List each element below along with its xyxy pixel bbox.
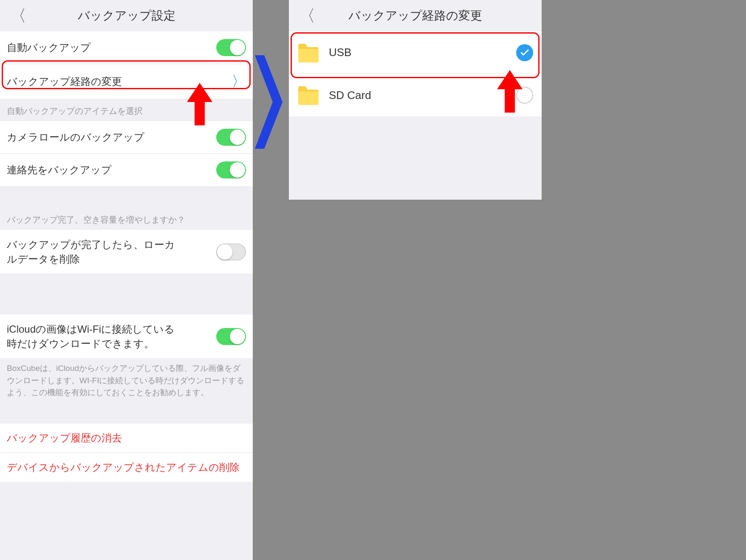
- back-button[interactable]: 〈: [10, 5, 26, 27]
- camera-roll-label: カメラロールのバックアップ: [7, 130, 216, 144]
- clear-backup-history-row[interactable]: バックアップ履歴の消去: [0, 424, 253, 453]
- contacts-backup-row[interactable]: 連絡先をバックアップ: [0, 154, 253, 186]
- delete-after-label: バックアップが完了したら、ローカルデータを削除: [7, 238, 216, 266]
- page-title: バックアップ設定: [8, 8, 244, 24]
- usb-path-row[interactable]: USB: [289, 31, 542, 74]
- folder-icon: [297, 85, 319, 105]
- auto-backup-toggle[interactable]: [216, 39, 246, 56]
- icloud-wifi-row[interactable]: iCloudの画像はWi-Fiに接続している時だけダウンロードできます。: [0, 314, 253, 358]
- svg-marker-1: [255, 55, 283, 149]
- contacts-label: 連絡先をバックアップ: [7, 163, 216, 177]
- camera-roll-backup-row[interactable]: カメラロールのバックアップ: [0, 121, 253, 154]
- icloud-description: BoxCubeは、iCloudからバックアップしている際、フル画像をダウンロード…: [0, 358, 253, 405]
- icloud-wifi-toggle[interactable]: [216, 328, 246, 345]
- page-title: バックアップ経路の変更: [297, 8, 533, 24]
- delete-backed-items-row[interactable]: デバイスからバックアップされたアイテムの削除: [0, 453, 253, 482]
- chevron-right-icon: 〉: [232, 72, 246, 91]
- auto-backup-row[interactable]: 自動バックアップ: [0, 31, 253, 64]
- folder-icon: [297, 43, 319, 62]
- icloud-wifi-label: iCloudの画像はWi-Fiに接続している時だけダウンロードできます。: [7, 322, 216, 351]
- check-icon: [516, 44, 533, 61]
- sdcard-label: SD Card: [329, 89, 371, 102]
- change-path-label: バックアップ経路の変更: [7, 75, 232, 88]
- header-left: 〈 バックアップ設定: [0, 0, 253, 31]
- backup-path-screen: 〈 バックアップ経路の変更 USB SD Card: [289, 0, 542, 200]
- auto-backup-label: 自動バックアップ: [7, 41, 216, 54]
- camera-roll-toggle[interactable]: [216, 129, 246, 146]
- backup-settings-screen: 〈 バックアップ設定 自動バックアップ バックアップ経路の変更 〉 自動バックア…: [0, 0, 253, 560]
- clear-history-label: バックアップ履歴の消去: [7, 431, 246, 445]
- sdcard-path-row[interactable]: SD Card: [289, 74, 542, 116]
- header-right: 〈 バックアップ経路の変更: [289, 0, 542, 31]
- delete-after-backup-row[interactable]: バックアップが完了したら、ローカルデータを削除: [0, 230, 253, 274]
- back-button[interactable]: 〈: [299, 5, 315, 27]
- section-space-header: バックアップ完了。空き容量を増やしますか？: [0, 208, 253, 230]
- blue-transition-arrow: [255, 55, 285, 149]
- section-items-header: 自動バックアップのアイテムを選択: [0, 99, 253, 121]
- contacts-toggle[interactable]: [216, 161, 246, 178]
- delete-after-toggle[interactable]: [216, 243, 246, 260]
- radio-empty-icon: [516, 87, 533, 104]
- change-backup-path-row[interactable]: バックアップ経路の変更 〉: [0, 64, 253, 99]
- usb-label: USB: [329, 46, 351, 59]
- delete-backed-label: デバイスからバックアップされたアイテムの削除: [7, 461, 246, 474]
